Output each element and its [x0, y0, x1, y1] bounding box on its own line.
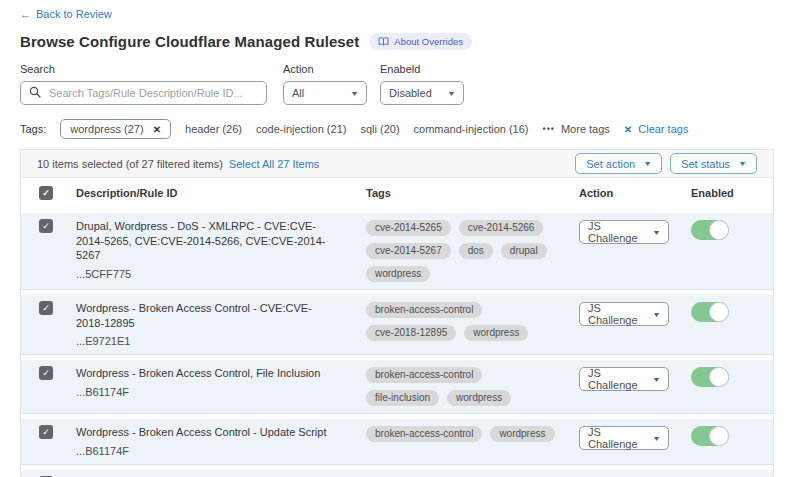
tag-pill: broken-access-control — [366, 367, 482, 383]
check-icon: ✓ — [42, 221, 50, 231]
rules-table: 10 items selected (of 27 filtered items)… — [20, 149, 774, 477]
column-header-tags: Tags — [366, 187, 579, 199]
enabled-toggle[interactable] — [691, 302, 729, 322]
tag-pill: file-inclusion — [366, 390, 439, 406]
table-row: ✓ Wordpress - Broken Access Control - CV… — [21, 295, 773, 355]
table-row: ✓ Wordpress - Broken Access Control - Up… — [21, 419, 773, 465]
tag-pill: wordpress — [366, 266, 430, 282]
tag-pill: cve-2018-12895 — [366, 325, 456, 341]
set-action-button[interactable]: Set action ▼ — [575, 153, 662, 174]
search-input[interactable] — [47, 86, 258, 100]
row-checkbox[interactable]: ✓ — [39, 425, 53, 439]
row-action-select[interactable]: JS Challenge ▼ — [579, 367, 669, 391]
search-box — [20, 81, 267, 105]
row-action-value: JS Challenge — [588, 426, 653, 450]
enabled-filter-group: Enabeld Disabled ▼ — [380, 63, 464, 105]
enabled-filter-select[interactable]: Disabled ▼ — [380, 81, 464, 105]
row-action-select[interactable]: JS Challenge ▼ — [579, 426, 669, 450]
rule-tags: broken-access-controlcve-2018-12895wordp… — [366, 301, 579, 341]
action-filter-select[interactable]: All ▼ — [283, 81, 367, 105]
rule-description: Wordpress - Broken Access Control, File … — [76, 366, 366, 381]
check-icon: ✓ — [42, 188, 50, 198]
about-overrides-badge[interactable]: About Overrides — [369, 33, 472, 50]
tag-pill: cve-2014-5266 — [459, 220, 544, 236]
tag-filter-header[interactable]: header (26) — [185, 123, 242, 135]
clear-tags-button[interactable]: ✕ Clear tags — [624, 123, 689, 135]
title-row: Browse Configure Cloudflare Managed Rule… — [20, 33, 774, 50]
tag-pill: broken-access-control — [366, 302, 482, 318]
selection-bar: 10 items selected (of 27 filtered items)… — [21, 150, 773, 178]
check-icon: ✓ — [42, 368, 50, 378]
clear-tags-label: Clear tags — [638, 123, 688, 135]
tag-filter-command-injection[interactable]: command-injection (16) — [414, 123, 529, 135]
row-action-value: JS Challenge — [588, 302, 653, 326]
check-icon: ✓ — [42, 303, 50, 313]
chevron-down-icon: ▼ — [447, 90, 456, 97]
close-icon[interactable]: ✕ — [153, 124, 161, 135]
tag-pill: broken-access-control — [366, 426, 482, 442]
action-filter-group: Action All ▼ — [283, 63, 367, 105]
column-header-action: Action — [579, 187, 691, 199]
table-header-row: ✓ Description/Rule ID Tags Action Enable… — [21, 178, 773, 208]
rule-id: ...E9721E1 — [76, 335, 366, 347]
rule-tags: cve-2014-5265cve-2014-5266cve-2014-5267d… — [366, 219, 579, 282]
row-checkbox[interactable]: ✓ — [39, 366, 53, 380]
chevron-down-icon: ▼ — [350, 90, 359, 97]
toggle-knob — [709, 302, 729, 322]
chevron-down-icon: ▼ — [643, 160, 652, 167]
selected-tag-chip-wordpress[interactable]: wordpress (27) ✕ — [60, 119, 171, 139]
toggle-knob — [709, 367, 729, 387]
table-body: ✓ Drupal, Wordpress - DoS - XMLRPC - CVE… — [21, 213, 773, 477]
chevron-down-icon: ▼ — [652, 376, 661, 383]
select-all-checkbox[interactable]: ✓ — [39, 186, 53, 200]
tag-filter-sqli[interactable]: sqli (20) — [360, 123, 399, 135]
action-label: Action — [283, 63, 367, 75]
book-icon — [378, 37, 389, 46]
rule-id: ...B61174F — [76, 386, 366, 398]
table-row: ✓ Wordpress - Code Injection, File Inclu… — [21, 470, 773, 477]
tag-pill: wordpress — [464, 325, 528, 341]
chevron-down-icon: ▼ — [652, 435, 661, 442]
row-action-value: JS Challenge — [588, 220, 653, 244]
row-action-value: JS Challenge — [588, 367, 653, 391]
check-icon: ✓ — [42, 427, 50, 437]
row-checkbox[interactable]: ✓ — [39, 219, 53, 233]
rule-id: ...B61174F — [76, 445, 366, 457]
action-filter-value: All — [292, 87, 304, 99]
toggle-knob — [709, 220, 729, 240]
row-action-select[interactable]: JS Challenge ▼ — [579, 302, 669, 326]
chevron-down-icon: ▼ — [738, 160, 747, 167]
tag-pill: cve-2014-5267 — [366, 243, 451, 259]
row-checkbox[interactable]: ✓ — [39, 301, 53, 315]
column-header-enabled: Enabled — [691, 187, 773, 199]
row-action-select[interactable]: JS Challenge ▼ — [579, 220, 669, 244]
rule-description: Drupal, Wordpress - DoS - XMLRPC - CVE:C… — [76, 219, 366, 263]
search-filter-group: Search — [20, 63, 267, 105]
enabled-toggle[interactable] — [691, 426, 729, 446]
set-status-button[interactable]: Set status ▼ — [670, 153, 757, 174]
rule-tags: broken-access-controlwordpress — [366, 425, 579, 442]
set-action-label: Set action — [586, 158, 635, 170]
tag-pill: drupal — [501, 243, 547, 259]
tag-pill: wordpress — [447, 390, 511, 406]
back-to-review-link[interactable]: ← Back to Review — [20, 8, 112, 20]
toggle-knob — [709, 426, 729, 446]
tag-pill: dos — [459, 243, 493, 259]
select-all-link[interactable]: Select All 27 Items — [229, 158, 320, 170]
enabled-label: Enabeld — [380, 63, 464, 75]
enabled-toggle[interactable] — [691, 367, 729, 387]
more-tags-button[interactable]: ••• More tags — [542, 123, 609, 135]
table-row: ✓ Drupal, Wordpress - DoS - XMLRPC - CVE… — [21, 213, 773, 290]
rule-description: Wordpress - Broken Access Control - Upda… — [76, 425, 366, 440]
table-row: ✓ Wordpress - Broken Access Control, Fil… — [21, 360, 773, 414]
selected-tag-label: wordpress (27) — [70, 123, 143, 135]
page: ← Back to Review Browse Configure Cloudf… — [0, 0, 794, 477]
rule-description: Wordpress - Broken Access Control - CVE:… — [76, 301, 366, 330]
page-title: Browse Configure Cloudflare Managed Rule… — [20, 33, 359, 50]
enabled-toggle[interactable] — [691, 220, 729, 240]
selection-status: 10 items selected (of 27 filtered items) — [37, 158, 223, 170]
search-label: Search — [20, 63, 267, 75]
tag-pill: cve-2014-5265 — [366, 220, 451, 236]
column-header-description: Description/Rule ID — [76, 187, 366, 199]
tag-filter-code-injection[interactable]: code-injection (21) — [256, 123, 347, 135]
